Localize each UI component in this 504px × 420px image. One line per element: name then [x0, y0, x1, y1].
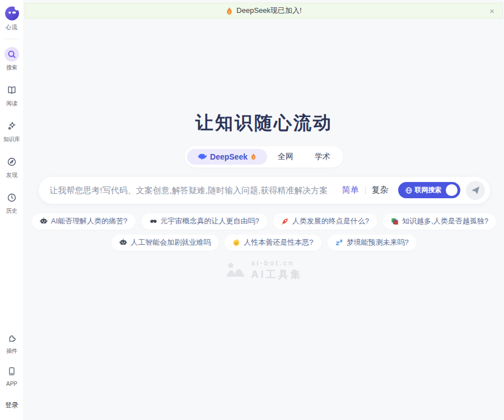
- books-icon: [391, 217, 399, 225]
- rocket-icon: [281, 217, 289, 225]
- tab-deepseek[interactable]: DeepSeek: [187, 149, 267, 165]
- compass-icon: [4, 155, 19, 169]
- baby-face-icon: [232, 239, 240, 246]
- web-search-toggle[interactable]: 联网搜索: [398, 182, 460, 198]
- suggestion-chip[interactable]: 梦境能预测未来吗?: [328, 235, 417, 251]
- sidebar: 心流 搜索 阅读 知识库: [0, 0, 24, 420]
- mode-complex[interactable]: 复杂: [372, 185, 389, 195]
- content: 让知识随心流动 DeepSeek 全网: [24, 18, 504, 420]
- watermark: ai-bot.cn AI工具集: [226, 259, 303, 281]
- watermark-line2: AI工具集: [251, 268, 303, 281]
- zzz-icon: [335, 239, 343, 246]
- tab-label: 全网: [278, 152, 293, 162]
- tab-academic[interactable]: 学术: [304, 148, 341, 165]
- search-input[interactable]: [50, 185, 342, 195]
- app-logo-label: 心流: [6, 24, 18, 31]
- chip-label: 知识越多,人类是否越孤独?: [402, 216, 488, 226]
- search-bar: 简单 复杂 联网搜索: [39, 177, 490, 204]
- sidebar-item-plugin[interactable]: 插件: [4, 330, 19, 355]
- chip-label: 元宇宙概念真的让人更自由吗?: [161, 216, 259, 226]
- suggestion-row-1: AI能否理解人类的痛苦? 元宇宙概念真的让人更自由吗?: [32, 213, 496, 230]
- sidebar-item-search[interactable]: 搜索: [4, 47, 19, 72]
- sidebar-item-label: 搜索: [6, 64, 17, 72]
- sidebar-item-label: 阅读: [6, 100, 17, 108]
- sidebar-divider: [4, 39, 19, 39]
- page-title: 让知识随心流动: [195, 113, 333, 133]
- robot-icon: [119, 239, 127, 246]
- sidebar-item-read[interactable]: 阅读: [4, 83, 19, 108]
- suggestion-row-2: 人工智能会加剧就业难吗 人性本善还是性本恶?: [111, 235, 416, 251]
- sidebar-item-label: APP: [6, 381, 17, 387]
- flame-icon: [226, 7, 233, 15]
- sidebar-item-discover[interactable]: 发现: [4, 155, 19, 179]
- sidebar-item-history[interactable]: 历史: [4, 190, 19, 215]
- sidebar-item-knowledge[interactable]: 知识库: [3, 119, 20, 143]
- vr-goggles-icon: [150, 217, 157, 225]
- suggestion-chip[interactable]: 知识越多,人类是否越孤独?: [383, 213, 496, 230]
- close-icon[interactable]: ×: [489, 7, 494, 15]
- robot-icon: [40, 217, 48, 225]
- login-link[interactable]: 登录: [5, 400, 18, 410]
- read-icon: [4, 83, 19, 97]
- tab-label: DeepSeek: [210, 152, 248, 161]
- watermark-line1: ai-bot.cn: [251, 259, 303, 267]
- scope-tabs: DeepSeek 全网 学术: [185, 146, 343, 167]
- sparkle-icon: [4, 119, 19, 133]
- chip-label: 人工智能会加剧就业难吗: [130, 237, 211, 248]
- banner-text: DeepSeek现已加入!: [236, 6, 301, 16]
- sidebar-item-label: 知识库: [3, 136, 20, 143]
- flame-icon: [250, 153, 256, 160]
- mode-simple[interactable]: 简单: [342, 185, 359, 195]
- suggestion-chip[interactable]: 元宇宙概念真的让人更自由吗?: [142, 213, 267, 230]
- mode-divider: [365, 186, 366, 194]
- suggestion-chip[interactable]: 人工智能会加剧就业难吗: [111, 235, 218, 251]
- paper-plane-icon: [471, 186, 480, 195]
- chip-label: 梦境能预测未来吗?: [347, 237, 409, 248]
- toggle-knob: [446, 184, 458, 196]
- puzzle-icon: [4, 330, 19, 345]
- announcement-banner: DeepSeek现已加入! ×: [25, 3, 503, 18]
- app-logo[interactable]: 心流: [4, 5, 20, 31]
- whale-icon: [198, 153, 207, 160]
- phone-icon: [4, 364, 19, 379]
- sidebar-bottom: 插件 APP 登录: [4, 330, 19, 410]
- tab-web[interactable]: 全网: [267, 148, 304, 165]
- search-icon: [4, 47, 19, 62]
- chip-label: 人类发展的终点是什么?: [292, 216, 369, 226]
- suggestion-chip[interactable]: 人类发展的终点是什么?: [273, 213, 377, 230]
- send-button[interactable]: [466, 181, 485, 200]
- chip-label: AI能否理解人类的痛苦?: [51, 216, 128, 226]
- main-area: DeepSeek现已加入! × 让知识随心流动 DeepSeek: [24, 0, 504, 420]
- sidebar-item-label: 插件: [6, 347, 17, 355]
- suggestion-chip[interactable]: AI能否理解人类的痛苦?: [32, 213, 136, 230]
- sidebar-item-label: 发现: [6, 171, 17, 179]
- watermark-text: ai-bot.cn AI工具集: [251, 259, 303, 281]
- suggestion-chip[interactable]: 人性本善还是性本恶?: [225, 235, 321, 251]
- ai-bot-logo-icon: [226, 262, 247, 278]
- xinliu-logo-icon: [4, 5, 20, 21]
- sidebar-item-label: 历史: [6, 207, 17, 215]
- globe-icon: [405, 186, 413, 194]
- web-search-label: 联网搜索: [415, 185, 442, 195]
- sidebar-item-app[interactable]: APP: [4, 364, 19, 387]
- tab-label: 学术: [315, 152, 330, 162]
- clock-icon: [4, 190, 19, 205]
- chip-label: 人性本善还是性本恶?: [244, 237, 313, 248]
